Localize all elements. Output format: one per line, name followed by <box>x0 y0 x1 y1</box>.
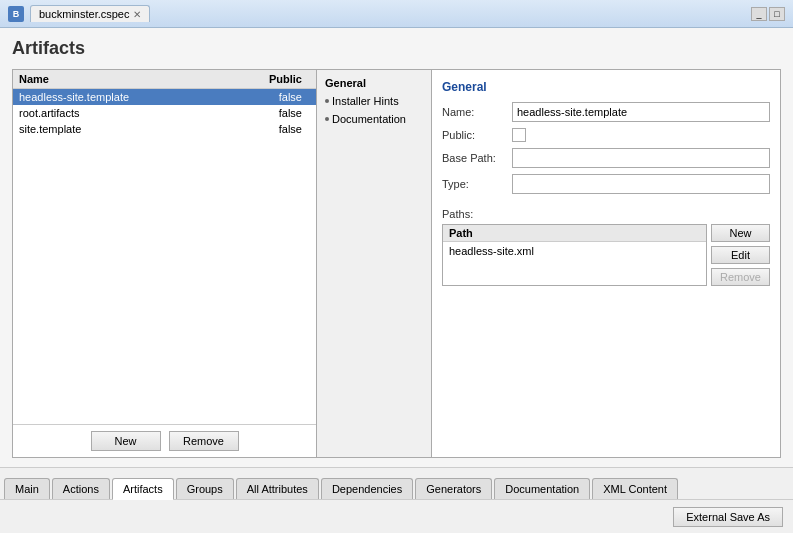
page-title: Artifacts <box>12 38 781 59</box>
paths-table-body: headless-site.xml <box>443 242 706 260</box>
paths-label: Paths: <box>442 208 770 220</box>
section-title: General <box>442 80 770 94</box>
name-row: Name: <box>442 102 770 122</box>
remove-path-button[interactable]: Remove <box>711 268 770 286</box>
header-name: Name <box>19 73 250 85</box>
tab-xml-content[interactable]: XML Content <box>592 478 678 499</box>
new-path-button[interactable]: New <box>711 224 770 242</box>
footer-bar: External Save As <box>0 499 793 533</box>
name-input[interactable] <box>512 102 770 122</box>
list-item-name: headless-site.template <box>19 91 250 103</box>
nav-item-documentation[interactable]: Documentation <box>317 110 431 128</box>
list-item-public: false <box>250 123 310 135</box>
tab-generators[interactable]: Generators <box>415 478 492 499</box>
type-row: Type: <box>442 174 770 194</box>
title-tab[interactable]: buckminster.cspec ✕ <box>30 5 150 22</box>
list-item[interactable]: site.template false <box>13 121 316 137</box>
minimize-button[interactable]: _ <box>751 7 767 21</box>
list-item[interactable]: root.artifacts false <box>13 105 316 121</box>
left-panel: Name Public headless-site.template false… <box>12 69 317 458</box>
nav-label-general: General <box>325 77 366 89</box>
paths-container: Path headless-site.xml New Edit Remove <box>442 224 770 286</box>
tab-actions[interactable]: Actions <box>52 478 110 499</box>
header-public: Public <box>250 73 310 85</box>
tabs-bar: Main Actions Artifacts Groups All Attrib… <box>0 467 793 499</box>
tab-dependencies[interactable]: Dependencies <box>321 478 413 499</box>
list-body: headless-site.template false root.artifa… <box>13 89 316 424</box>
list-item-public: false <box>250 107 310 119</box>
list-item-public: false <box>250 91 310 103</box>
list-item-name: root.artifacts <box>19 107 250 119</box>
edit-path-button[interactable]: Edit <box>711 246 770 264</box>
maximize-button[interactable]: □ <box>769 7 785 21</box>
nav-item-installer-hints[interactable]: Installer Hints <box>317 92 431 110</box>
nav-panel: General Installer Hints Documentation <box>317 69 432 458</box>
tab-filename: buckminster.cspec <box>39 8 129 20</box>
tab-artifacts[interactable]: Artifacts <box>112 478 174 500</box>
right-panel: General Name: Public: Base Path: Type: P… <box>432 69 781 458</box>
nav-label-installer-hints: Installer Hints <box>332 95 399 107</box>
nav-dot <box>325 117 329 121</box>
remove-artifact-button[interactable]: Remove <box>169 431 239 451</box>
path-row[interactable]: headless-site.xml <box>449 244 700 258</box>
main-content: Artifacts Name Public headless-site.temp… <box>0 28 793 467</box>
base-path-input[interactable] <box>512 148 770 168</box>
external-save-button[interactable]: External Save As <box>673 507 783 527</box>
list-item[interactable]: headless-site.template false <box>13 89 316 105</box>
tab-groups[interactable]: Groups <box>176 478 234 499</box>
public-checkbox[interactable] <box>512 128 526 142</box>
title-bar: B buckminster.cspec ✕ _ □ <box>0 0 793 28</box>
app-icon: B <box>8 6 24 22</box>
type-input[interactable] <box>512 174 770 194</box>
nav-item-general[interactable]: General <box>317 74 431 92</box>
new-artifact-button[interactable]: New <box>91 431 161 451</box>
tab-all-attributes[interactable]: All Attributes <box>236 478 319 499</box>
public-row: Public: <box>442 128 770 142</box>
content-area: Name Public headless-site.template false… <box>12 69 781 458</box>
base-path-row: Base Path: <box>442 148 770 168</box>
list-buttons: New Remove <box>13 424 316 457</box>
paths-buttons: New Edit Remove <box>711 224 770 286</box>
type-label: Type: <box>442 178 512 190</box>
public-label: Public: <box>442 129 512 141</box>
tab-documentation[interactable]: Documentation <box>494 478 590 499</box>
close-icon[interactable]: ✕ <box>133 9 141 20</box>
nav-label-documentation: Documentation <box>332 113 406 125</box>
list-header: Name Public <box>13 70 316 89</box>
tab-main[interactable]: Main <box>4 478 50 499</box>
paths-table: Path headless-site.xml <box>442 224 707 286</box>
window-controls: _ □ <box>751 7 785 21</box>
name-label: Name: <box>442 106 512 118</box>
base-path-label: Base Path: <box>442 152 512 164</box>
paths-table-header: Path <box>443 225 706 242</box>
list-item-name: site.template <box>19 123 250 135</box>
nav-dot <box>325 99 329 103</box>
paths-section: Paths: Path headless-site.xml New Edit R… <box>442 208 770 447</box>
